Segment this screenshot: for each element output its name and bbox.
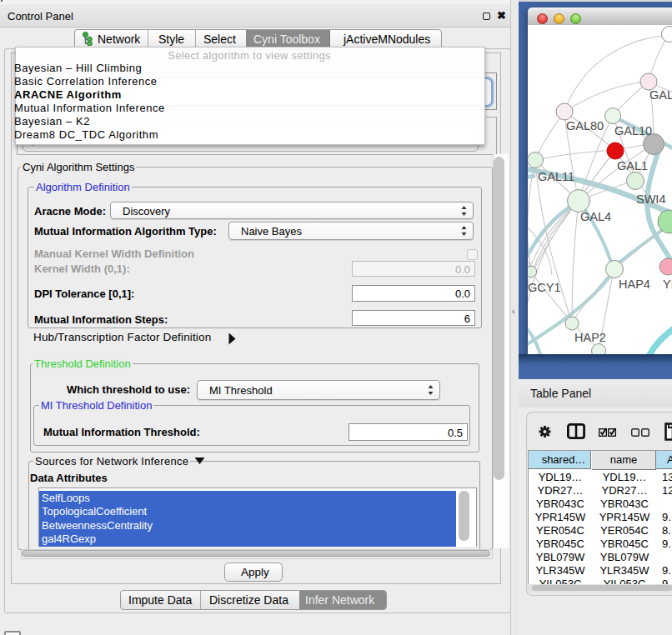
svg-text:GAL10: GAL10 <box>614 124 652 138</box>
svg-text:GAL7: GAL7 <box>649 88 672 102</box>
svg-text:SWI4: SWI4 <box>636 192 665 206</box>
svg-text:GAL11: GAL11 <box>538 170 574 183</box>
svg-text:GAL1: GAL1 <box>617 159 648 172</box>
svg-text:HAP2: HAP2 <box>574 331 606 344</box>
svg-text:GAL4: GAL4 <box>580 210 611 223</box>
svg-text:HAP4: HAP4 <box>619 278 650 291</box>
svg-text:GAL80: GAL80 <box>566 119 604 132</box>
svg-text:GCY1: GCY1 <box>528 281 561 294</box>
svg-text:YL: YL <box>663 278 672 291</box>
